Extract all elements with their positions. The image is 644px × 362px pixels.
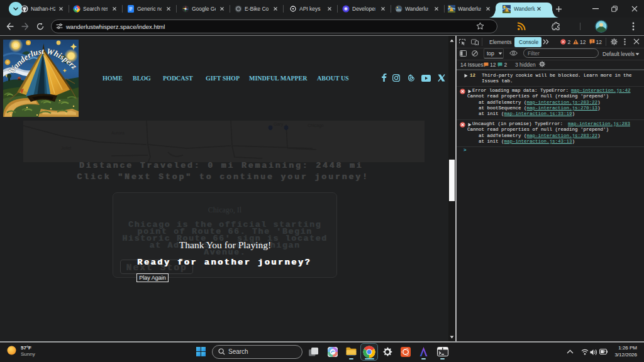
svg-text:Gary: Gary xyxy=(274,122,284,127)
svg-text:Chicago: Chicago xyxy=(308,123,324,128)
svg-text:Joliet: Joliet xyxy=(61,146,71,150)
svg-text:Aurora: Aurora xyxy=(111,131,125,135)
